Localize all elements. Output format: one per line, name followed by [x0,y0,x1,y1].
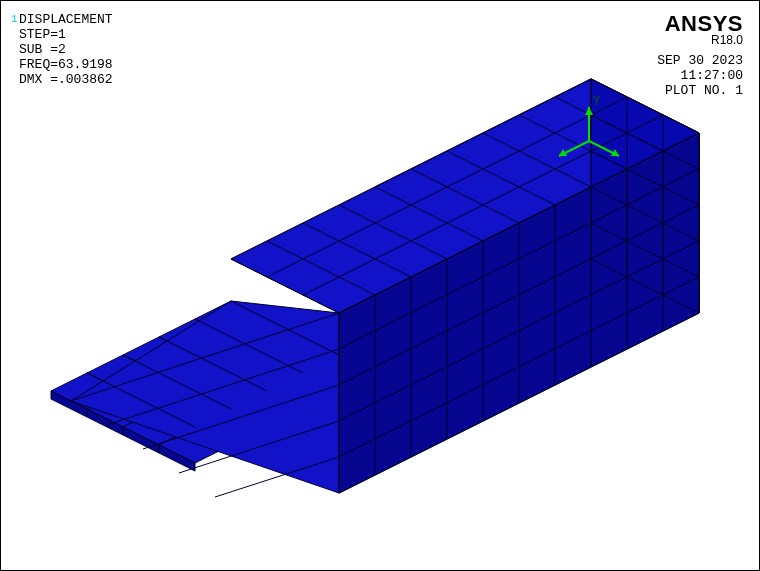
result-title: DISPLACEMENT [19,13,113,28]
result-info-block: 1 DISPLACEMENT STEP=1 SUB =2 FREQ=63.919… [19,13,113,88]
plot-date: SEP 30 2023 [657,54,743,69]
step-label: STEP=1 [19,28,113,43]
brand-meta-block: ANSYS R18.0 SEP 30 2023 11:27:00 PLOT NO… [657,11,743,99]
freq-label: FREQ=63.9198 [19,58,113,73]
axis-y-label: Y [593,95,600,109]
dmx-label: DMX =.003862 [19,73,113,88]
brand-version: R18.0 [657,34,743,48]
plot-viewport: .f { fill: #0808b0; stroke: #000030; str… [1,1,759,570]
window-index-marker: 1 [11,13,18,26]
plot-number: PLOT NO. 1 [657,84,743,99]
plot-time: 11:27:00 [657,69,743,84]
sub-label: SUB =2 [19,43,113,58]
mesh-model: Y [51,79,699,521]
